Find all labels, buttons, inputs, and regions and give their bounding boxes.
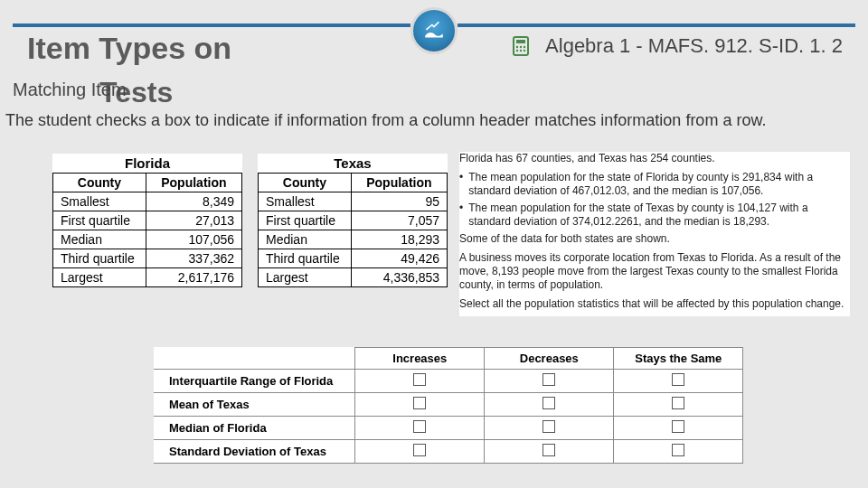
svg-point-4 <box>524 46 525 48</box>
district-logo-icon <box>410 7 458 54</box>
texas-title: Texas <box>259 154 448 174</box>
table-row: First quartile27,013 <box>53 211 242 230</box>
match-row: Standard Deviation of Texas <box>155 440 743 464</box>
match-cell <box>614 393 743 417</box>
svg-rect-1 <box>516 40 525 43</box>
explanation-block: Florida has 67 counties, and Texas has 2… <box>459 152 850 316</box>
checkbox[interactable] <box>672 420 684 433</box>
row-label: Median <box>53 230 146 249</box>
row-label: Smallest <box>53 192 146 211</box>
row-value: 18,293 <box>351 230 447 249</box>
matching-grid: Increases Decreases Stays the Same Inter… <box>154 347 743 464</box>
row-value: 4,336,853 <box>351 268 447 287</box>
svg-point-3 <box>520 46 522 48</box>
table-row: Third quartile49,426 <box>259 249 448 268</box>
instruction-text: The student checks a box to indicate if … <box>5 111 859 131</box>
match-cell <box>614 417 743 440</box>
table-row: Median107,056 <box>53 230 242 249</box>
explain-bullet1: The mean population for the state of Flo… <box>468 171 850 198</box>
row-label: Median <box>259 230 352 249</box>
match-row-label: Interquartile Range of Florida <box>155 370 355 393</box>
match-col-stays: Stays the Same <box>614 348 743 370</box>
match-col-increases: Increases <box>355 348 485 370</box>
match-row-label: Standard Deviation of Texas <box>155 440 355 464</box>
checkbox[interactable] <box>413 444 426 456</box>
bullet-icon: • <box>459 171 463 198</box>
table-row: Smallest95 <box>259 192 448 211</box>
bullet-icon: • <box>459 202 463 229</box>
row-value: 95 <box>351 192 447 211</box>
standard-code: Algebra 1 - MAFS. 912. S-ID. 1. 2 <box>545 34 843 58</box>
row-value: 107,056 <box>146 230 241 249</box>
table-row: Third quartile337,362 <box>53 249 242 268</box>
texas-col-population: Population <box>351 174 447 192</box>
match-cell <box>485 440 614 464</box>
checkbox[interactable] <box>413 373 426 386</box>
match-row: Median of Florida <box>155 417 743 440</box>
table-row: Median18,293 <box>259 230 448 249</box>
row-label: Third quartile <box>259 249 352 268</box>
explain-move: A business moves its corporate location … <box>459 251 850 292</box>
row-value: 49,426 <box>351 249 447 268</box>
explain-shown: Some of the data for both states are sho… <box>459 232 850 246</box>
row-label: Smallest <box>259 192 352 211</box>
explain-intro: Florida has 67 counties, and Texas has 2… <box>459 152 850 165</box>
explain-select: Select all the population statistics tha… <box>459 297 850 311</box>
match-cell <box>614 370 743 393</box>
match-cell <box>355 393 485 417</box>
match-empty-cell <box>155 348 355 370</box>
texas-col-county: County <box>259 174 352 192</box>
calculator-icon <box>509 34 533 58</box>
svg-point-7 <box>524 50 525 52</box>
checkbox[interactable] <box>542 444 555 456</box>
match-cell <box>355 370 485 393</box>
florida-col-population: Population <box>146 174 241 192</box>
explain-bullet2: The mean population for the state of Tex… <box>468 202 850 229</box>
match-row-label: Mean of Texas <box>155 393 355 417</box>
table-row: First quartile7,057 <box>259 211 448 230</box>
match-row: Interquartile Range of Florida <box>155 370 743 393</box>
match-row-label: Median of Florida <box>155 417 355 440</box>
checkbox[interactable] <box>672 444 684 456</box>
svg-point-2 <box>516 46 518 48</box>
checkbox[interactable] <box>542 397 555 409</box>
checkbox[interactable] <box>413 420 426 433</box>
table-row: Smallest8,349 <box>53 192 242 211</box>
row-label: First quartile <box>53 211 146 230</box>
match-cell <box>355 417 485 440</box>
texas-data-table: Texas County Population Smallest95First … <box>258 154 448 287</box>
match-row: Mean of Texas <box>155 393 743 417</box>
row-value: 8,349 <box>146 192 241 211</box>
match-cell <box>614 440 743 464</box>
row-value: 27,013 <box>146 211 241 230</box>
match-cell <box>485 370 614 393</box>
row-label: Largest <box>53 268 146 287</box>
table-row: Largest4,336,853 <box>259 268 448 287</box>
table-row: Largest2,617,176 <box>53 268 242 287</box>
match-cell <box>355 440 485 464</box>
checkbox[interactable] <box>672 397 684 409</box>
svg-point-6 <box>520 50 522 52</box>
match-cell <box>485 417 614 440</box>
svg-point-5 <box>516 50 518 52</box>
row-value: 337,362 <box>146 249 241 268</box>
item-type-subtitle: Matching Item <box>13 80 127 100</box>
row-value: 7,057 <box>351 211 447 230</box>
florida-title: Florida <box>53 154 242 174</box>
row-label: Largest <box>259 268 352 287</box>
match-cell <box>485 393 614 417</box>
row-label: First quartile <box>259 211 352 230</box>
match-col-decreases: Decreases <box>485 348 614 370</box>
row-value: 2,617,176 <box>146 268 241 287</box>
row-label: Third quartile <box>53 249 146 268</box>
divider-left <box>13 23 410 27</box>
checkbox[interactable] <box>542 420 555 433</box>
divider-right <box>458 23 855 27</box>
florida-col-county: County <box>53 174 146 192</box>
checkbox[interactable] <box>672 373 684 386</box>
checkbox[interactable] <box>542 373 555 386</box>
florida-data-table: Florida County Population Smallest8,349F… <box>52 154 242 287</box>
page-title-line1: Item Types on <box>27 31 231 66</box>
checkbox[interactable] <box>413 397 426 409</box>
